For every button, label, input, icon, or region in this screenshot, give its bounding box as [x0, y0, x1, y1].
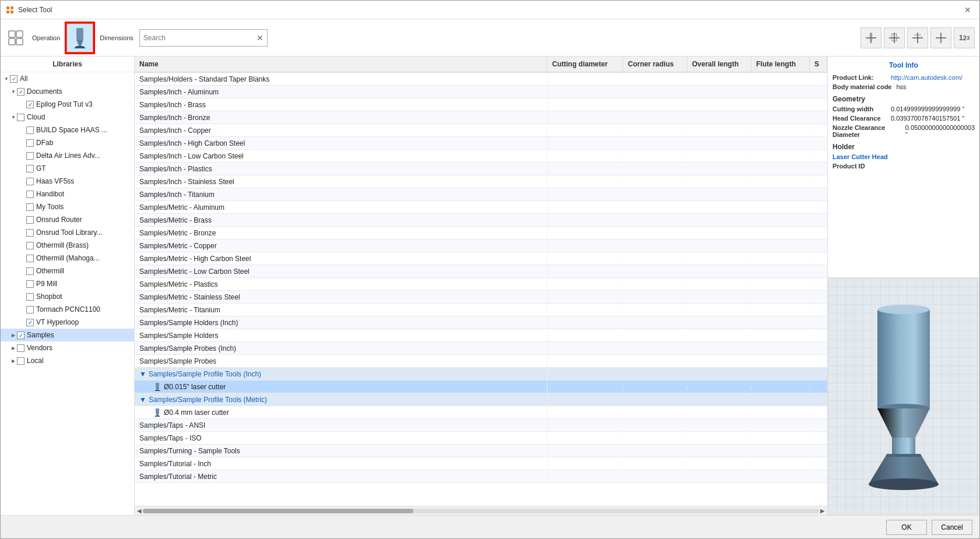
tree-item-vt-hyperloop[interactable]: ✓ VT Hyperloop: [1, 316, 134, 329]
tree-item-samples[interactable]: ▶ ✓ Samples: [1, 329, 134, 341]
tool-row[interactable]: Samples/Holders - Standard Taper Blanks: [135, 73, 827, 86]
checkbox-vt-hyperloop[interactable]: ✓: [26, 319, 34, 326]
tree-item-epilog[interactable]: ✓ Epilog Post Tut v3: [1, 98, 134, 111]
ok-button[interactable]: OK: [886, 520, 927, 535]
tree-item-local[interactable]: ▶ Local: [1, 354, 134, 367]
checkbox-onsrud[interactable]: [26, 216, 34, 224]
expand-samples-arrow[interactable]: ▶: [10, 332, 17, 339]
tool-row[interactable]: Samples/Sample Holders (Inch): [135, 316, 827, 329]
close-button[interactable]: ✕: [961, 3, 975, 17]
numbering-button[interactable]: 123: [954, 27, 975, 48]
tree-item-shopbot[interactable]: Shopbot: [1, 290, 134, 303]
tool-row[interactable]: Samples/Metric - Plastics: [135, 278, 827, 291]
tool-row[interactable]: Samples/Inch - High Carbon Steel: [135, 137, 827, 150]
checkbox-samples[interactable]: ✓: [17, 332, 24, 339]
add-holder-button[interactable]: [884, 27, 905, 48]
checkbox-delta[interactable]: [26, 152, 34, 160]
operation-button[interactable]: Operation: [29, 24, 64, 52]
checkbox-vendors[interactable]: [17, 344, 24, 352]
tree-item-cloud[interactable]: ▼ Cloud: [1, 111, 134, 124]
expand-vendors-arrow[interactable]: ▶: [10, 344, 17, 351]
tool-row[interactable]: Samples/Tutorial - Metric: [135, 470, 827, 483]
cancel-button[interactable]: Cancel: [932, 520, 972, 535]
checkbox-epilog[interactable]: ✓: [26, 101, 34, 108]
search-clear-button[interactable]: ✕: [253, 31, 267, 45]
tool-row[interactable]: Samples/Tutorial - Inch: [135, 457, 827, 470]
tool-row[interactable]: Samples/Turning - Sample Tools: [135, 445, 827, 457]
expand-all-arrow[interactable]: ▼: [3, 75, 10, 82]
scroll-thumb[interactable]: [143, 509, 413, 513]
tool-row[interactable]: Samples/Metric - Titanium: [135, 304, 827, 316]
tool-row[interactable]: Samples/Metric - Copper: [135, 239, 827, 252]
checkbox-handibot[interactable]: [26, 191, 34, 198]
expand-local-arrow[interactable]: ▶: [10, 357, 17, 364]
tool-row-category[interactable]: ▼Samples/Sample Profile Tools (Inch): [135, 368, 827, 381]
tool-row[interactable]: Samples/Metric - Stainless Steel: [135, 291, 827, 304]
expand-documents-arrow[interactable]: ▼: [10, 88, 17, 95]
tool-row[interactable]: Samples/Inch - Aluminum: [135, 86, 827, 98]
tool-row[interactable]: Samples/Metric - Low Carbon Steel: [135, 265, 827, 278]
tool-row[interactable]: Samples/Sample Holders: [135, 329, 827, 342]
checkbox-othermill[interactable]: [26, 267, 34, 275]
tool-row-laser-metric[interactable]: Ø0.4 mm laser cutter: [135, 406, 827, 419]
dimensions-button[interactable]: Dimensions: [96, 24, 136, 52]
tool-row[interactable]: Samples/Metric - Aluminum: [135, 201, 827, 214]
tree-item-handibot[interactable]: Handibot: [1, 188, 134, 200]
add-tool2-button[interactable]: [930, 27, 951, 48]
checkbox-cloud[interactable]: [17, 114, 24, 121]
tree-item-build-space[interactable]: BUILD Space HAAS ...: [1, 124, 134, 136]
tool-row-laser-inch[interactable]: Ø0.015" laser cutter: [135, 381, 827, 393]
tree-item-othermill[interactable]: Othermill: [1, 265, 134, 277]
add-tool-button[interactable]: [860, 27, 881, 48]
tree-item-haas[interactable]: Haas VF5ss: [1, 175, 134, 188]
checkbox-gt[interactable]: [26, 165, 34, 172]
checkbox-build-space[interactable]: [26, 126, 34, 134]
checkbox-local[interactable]: [17, 357, 24, 365]
scroll-right-arrow[interactable]: ▶: [819, 508, 826, 514]
checkbox-all[interactable]: ✓: [10, 75, 17, 83]
tool-row[interactable]: Samples/Inch - Titanium: [135, 188, 827, 201]
tool-row[interactable]: Samples/Sample Probes: [135, 355, 827, 368]
checkbox-haas[interactable]: [26, 178, 34, 185]
tool-row[interactable]: Samples/Inch - Brass: [135, 98, 827, 111]
horizontal-scrollbar[interactable]: ◀ ▶: [135, 506, 827, 515]
tool-row[interactable]: Samples/Metric - Brass: [135, 214, 827, 227]
tool-row[interactable]: Samples/Inch - Stainless Steel: [135, 175, 827, 188]
tool-row[interactable]: Samples/Inch - Copper: [135, 124, 827, 137]
tree-item-othermill-brass[interactable]: Othermill (Brass): [1, 239, 134, 252]
checkbox-dfab[interactable]: [26, 139, 34, 147]
add-library-button[interactable]: [907, 27, 928, 48]
product-link-value[interactable]: http://cam.autodesk.com/: [891, 74, 975, 81]
checkbox-documents[interactable]: ✓: [17, 88, 24, 96]
tree-item-othermill-mahog[interactable]: Othermill (Mahoga...: [1, 252, 134, 265]
checkbox-p9mill[interactable]: [26, 280, 34, 288]
tree-item-all[interactable]: ▼ ✓ All: [1, 72, 134, 85]
tool-row[interactable]: Samples/Inch - Plastics: [135, 163, 827, 175]
tree-item-onsrud-lib[interactable]: Onsrud Tool Library...: [1, 226, 134, 239]
tool-row[interactable]: Samples/Inch - Low Carbon Steel: [135, 150, 827, 163]
tree-item-documents[interactable]: ▼ ✓ Documents: [1, 85, 134, 98]
checkbox-onsrud-lib[interactable]: [26, 229, 34, 237]
checkbox-shopbot[interactable]: [26, 293, 34, 301]
holder-value[interactable]: Laser Cutter Head: [833, 153, 975, 160]
tool-row[interactable]: Samples/Inch - Bronze: [135, 111, 827, 124]
checkbox-othermill-brass[interactable]: [26, 242, 34, 249]
scroll-left-arrow[interactable]: ◀: [136, 508, 143, 514]
tree-item-delta[interactable]: Delta Air Lines Adv...: [1, 149, 134, 162]
tool-type-button[interactable]: [66, 23, 94, 53]
scroll-track[interactable]: [143, 509, 819, 513]
expand-cloud-arrow[interactable]: ▼: [10, 114, 17, 121]
tree-item-vendors[interactable]: ▶ Vendors: [1, 341, 134, 354]
tree-item-p9mill[interactable]: P9 Mill: [1, 277, 134, 290]
tool-row[interactable]: Samples/Metric - Bronze: [135, 227, 827, 239]
checkbox-tormach[interactable]: [26, 306, 34, 313]
tree-item-gt[interactable]: GT: [1, 162, 134, 175]
tree-item-dfab[interactable]: DFab: [1, 136, 134, 149]
tree-item-onsrud[interactable]: Onsrud Router: [1, 213, 134, 226]
checkbox-othermill-mahog[interactable]: [26, 255, 34, 262]
tool-row[interactable]: Samples/Taps - ANSI: [135, 419, 827, 432]
tool-row[interactable]: Samples/Taps - ISO: [135, 432, 827, 445]
checkbox-mytools[interactable]: [26, 203, 34, 211]
grid-view-button[interactable]: [5, 24, 26, 52]
tree-item-tormach[interactable]: Tormach PCNC1100: [1, 303, 134, 316]
